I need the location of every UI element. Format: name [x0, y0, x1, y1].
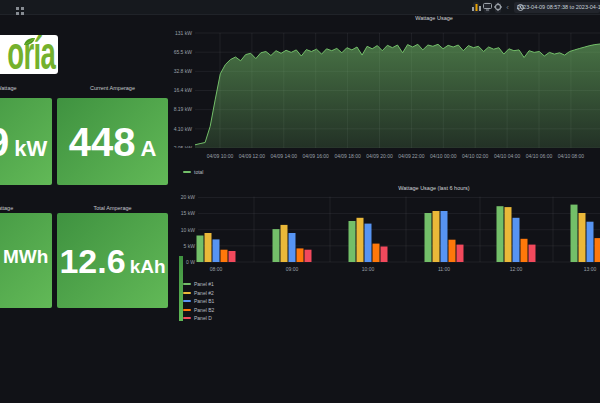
- legend-item[interactable]: Panel #2: [183, 289, 214, 298]
- stat-value: MWh: [3, 247, 48, 266]
- x-axis-label: 04/09 10:00: [207, 153, 234, 159]
- legend-label: Panel D: [194, 315, 212, 321]
- barchart-panel-title[interactable]: Wattage Usage (last 6 hours): [172, 185, 600, 191]
- bar-panel-1: [571, 205, 578, 262]
- legend-color: [183, 292, 191, 294]
- legend-color: [183, 283, 191, 285]
- legend-item[interactable]: Panel B1: [183, 297, 214, 306]
- barchart-plot[interactable]: 20 kW15 kW10 kW5 kW0 W08:0009:0010:0011:…: [172, 193, 600, 275]
- grafana-dashboard: ‹ 2023-04-09 08:57:38 to 2023-04-10 oría…: [0, 0, 600, 403]
- legend-label: Panel #2: [194, 290, 214, 296]
- bar-panel-d: [229, 251, 236, 262]
- y-axis-label: 65.5 kW: [174, 49, 193, 55]
- bar-panel-1: [197, 236, 204, 263]
- stat-panel-current-wattage: 9 kW: [0, 98, 52, 185]
- x-axis-label: 04/09 14:00: [271, 153, 298, 159]
- bar-panel-1: [273, 229, 280, 262]
- y-axis-label: 15 kW: [181, 210, 195, 216]
- logo-panel: oría: [0, 35, 58, 74]
- stat-title-total-wattage[interactable]: Total Wattage: [0, 205, 52, 211]
- x-axis-label: 04/09 20:00: [366, 153, 393, 159]
- legend-label: Panel #1: [194, 281, 214, 287]
- legend-color: [183, 171, 191, 173]
- clock-icon: [517, 4, 524, 11]
- legend-label: Panel B1: [194, 298, 214, 304]
- x-axis-label: 09:00: [286, 266, 299, 272]
- y-axis-label: 4.10 kW: [174, 126, 193, 132]
- stat-unit: A: [140, 138, 156, 160]
- bar-panel-2: [281, 225, 288, 262]
- x-axis-label: 11:00: [438, 266, 450, 272]
- legend-color: [183, 309, 191, 311]
- stat-value: 12.6 kAh: [59, 244, 165, 278]
- x-axis-label: 08:00: [210, 266, 223, 272]
- tv-mode-button[interactable]: [484, 2, 490, 13]
- bar-panel-b1: [289, 233, 296, 262]
- insights-button[interactable]: [473, 2, 479, 13]
- x-axis-label: 04/10 00:00: [430, 153, 457, 159]
- legend-item[interactable]: Panel B2: [183, 306, 214, 315]
- legend-color: [183, 317, 191, 319]
- stat-title-current-wattage[interactable]: Current Wattage: [0, 85, 52, 91]
- bar-panel-b1: [441, 211, 448, 262]
- y-axis-label: 20 kW: [181, 194, 195, 200]
- bar-panel-1: [425, 213, 432, 262]
- timeseries-plot[interactable]: 131 kW65.5 kW32.8 kW16.4 kW8.19 kW4.10 k…: [172, 26, 600, 148]
- stat-title-current-amperage[interactable]: Current Amperage: [57, 85, 168, 91]
- series-area: [195, 44, 600, 148]
- bar-panel-d: [529, 245, 536, 262]
- bar-panel-b1: [365, 224, 372, 262]
- time-range-label: 2023-04-09 08:57:38 to 2023-04-10: [517, 4, 600, 10]
- gear-icon: [494, 3, 502, 11]
- stat-number: 9: [0, 122, 9, 162]
- bar-panel-b1: [587, 222, 594, 262]
- bar-panel-d: [457, 245, 464, 262]
- x-axis-label: 04/09 18:00: [334, 153, 361, 159]
- time-range-picker[interactable]: 2023-04-09 08:57:38 to 2023-04-10: [514, 2, 600, 13]
- y-axis-label: 10 kW: [181, 227, 195, 233]
- y-axis-label: 131 kW: [175, 30, 192, 36]
- bar-panel-1: [349, 221, 356, 262]
- bar-panel-d: [305, 250, 312, 262]
- leaf-icon: [23, 37, 36, 46]
- chevron-left-icon[interactable]: ‹: [506, 2, 509, 13]
- tv-icon: [483, 3, 492, 11]
- x-axis-label: 04/10 04:00: [494, 153, 521, 159]
- x-axis-label: 04/10 02:00: [462, 153, 489, 159]
- legend-item[interactable]: Panel D: [183, 314, 214, 323]
- stat-unit: kAh: [130, 257, 166, 276]
- x-axis-label: 12:00: [510, 266, 523, 272]
- dashboard-settings-button[interactable]: [495, 2, 501, 13]
- legend-item[interactable]: total: [183, 168, 203, 177]
- x-axis-label: 13:00: [584, 266, 597, 272]
- stat-panel-total-wattage: MWh: [0, 213, 52, 308]
- bar-panel-2: [357, 218, 364, 262]
- x-axis-label: 04/10 06:00: [526, 153, 553, 159]
- y-axis-label: 5 kW: [184, 243, 196, 249]
- stat-panel-current-amperage: 448 A: [57, 98, 168, 185]
- timeseries-legend: total: [183, 168, 203, 177]
- stat-number: 448: [69, 122, 136, 162]
- bar-panel-1: [497, 206, 504, 262]
- y-axis-label: 32.8 kW: [174, 68, 193, 74]
- timeseries-x-axis: 04/09 10:0004/09 12:0004/09 14:0004/09 1…: [172, 148, 600, 166]
- stat-panel-total-amperage: 12.6 kAh: [57, 213, 168, 308]
- bar-panel-b1: [513, 218, 520, 262]
- stat-title-total-amperage[interactable]: Total Amperage: [57, 205, 168, 211]
- bar-panel-b2: [595, 238, 600, 262]
- barchart-legend: Panel #1Panel #2Panel B1Panel B2Panel D: [183, 280, 214, 323]
- bar-panel-2: [433, 211, 440, 262]
- stat-unit: kW: [14, 138, 47, 160]
- bar-panel-2: [505, 207, 512, 262]
- y-axis-label: 0 W: [186, 259, 195, 265]
- top-nav-bar: ‹ 2023-04-09 08:57:38 to 2023-04-10: [0, 0, 600, 15]
- bar-panel-2: [205, 233, 212, 262]
- x-axis-label: 04/09 22:00: [398, 153, 425, 159]
- bar-panel-b2: [521, 239, 528, 262]
- bar-panel-b2: [449, 240, 456, 262]
- timeseries-panel-title[interactable]: Wattage Usage: [172, 15, 600, 21]
- bar-panel-b2: [373, 244, 380, 262]
- bar-panel-2: [579, 213, 586, 262]
- legend-item[interactable]: Panel #1: [183, 280, 214, 289]
- bar-panel-d: [381, 247, 388, 263]
